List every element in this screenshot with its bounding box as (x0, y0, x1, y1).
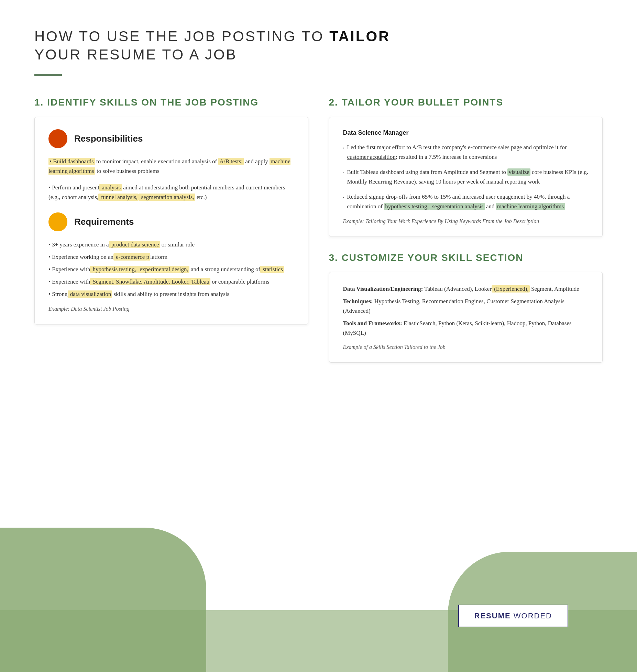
background-decorations (0, 500, 637, 672)
highlight-statistics: statistics (260, 266, 284, 273)
section1-card: Responsibilities • Build dashboards to m… (34, 117, 308, 324)
section2-card: Data Science Manager Led the first major… (329, 117, 603, 237)
highlight-build-dashboards: • Build dashboards (48, 158, 95, 165)
highlight-visualize: visualize (507, 168, 530, 176)
req-item-1: • 3+ years experience in a product data … (48, 240, 294, 250)
title-underline (34, 74, 62, 76)
red-circle-icon (48, 129, 67, 148)
requirements-label: Requirements (74, 217, 134, 227)
underline-ecommerce: e-commerce (468, 144, 497, 151)
highlight-ab-tests: A/B tests; (218, 158, 244, 165)
highlight-looker-exp: (Experienced), (492, 285, 530, 293)
green-left-bg (0, 528, 206, 672)
req-item-4: • Experience with Segment, Snowflake, Am… (48, 277, 294, 287)
right-column: 2. TAILOR YOUR BULLET POINTS Data Scienc… (329, 97, 603, 363)
req-item-3: • Experience with hypothesis testing, ex… (48, 265, 294, 274)
job-title: Data Science Manager (343, 129, 589, 136)
section3-title: 3. CUSTOMIZE YOUR SKILL SECTION (329, 252, 603, 263)
section3-example: Example of a Skills Section Tailored to … (343, 344, 589, 350)
section1-example: Example: Data Scientist Job Posting (48, 306, 294, 312)
section2-title: 2. TAILOR YOUR BULLET POINTS (329, 97, 603, 108)
highlight-experimental: experimental design, (137, 266, 189, 273)
responsibilities-header: Responsibilities (48, 129, 294, 148)
responsibilities-para1: • Build dashboards to monitor impact, en… (48, 157, 294, 176)
main-content: HOW TO USE THE JOB POSTING TO TAILOR YOU… (0, 0, 637, 363)
highlight-segmentation: segmentation analysis, (139, 194, 195, 201)
left-column: 1. IDENTIFY SKILLS ON THE JOB POSTING Re… (34, 97, 308, 338)
resume-worded-box: RESUME WORDED (458, 605, 568, 627)
requirements-header: Requirements (48, 212, 294, 231)
highlight-analysis: analysis (99, 184, 122, 191)
highlight-ecommerce: e-commerce p (113, 253, 150, 261)
bullet-point-3: Reduced signup drop-offs from 65% to 15%… (343, 192, 589, 211)
req-item-5: • Strong data visualization skills and a… (48, 289, 294, 299)
resume-worded-text: RESUME WORDED (474, 612, 552, 620)
responsibilities-para2: • Perform and present analysis aimed at … (48, 183, 294, 202)
section1-title: 1. IDENTIFY SKILLS ON THE JOB POSTING (34, 97, 308, 108)
responsibilities-label: Responsibilities (74, 133, 143, 144)
highlight-funnel: funnel analysis, (98, 194, 139, 201)
two-column-layout: 1. IDENTIFY SKILLS ON THE JOB POSTING Re… (34, 97, 603, 363)
section3-card: Data Visualization/Engineering: Tableau … (329, 272, 603, 363)
skills-line-1: Data Visualization/Engineering: Tableau … (343, 284, 589, 294)
section2-example: Example: Tailoring Your Work Experience … (343, 218, 589, 224)
bullet-point-2: Built Tableau dashboard using data from … (343, 167, 589, 187)
highlight-seg-analysis: segmentation analysis (430, 203, 485, 210)
worded-text: WORDED (511, 612, 552, 620)
skills-line-3: Tools and Frameworks: ElasticSearch, Pyt… (343, 319, 589, 338)
req-item-2: • Experience working on an e-commerce pl… (48, 252, 294, 262)
requirements-section: Requirements • 3+ years experience in a … (48, 212, 294, 299)
highlight-hypothesis-testing: hypothesis testing, (384, 203, 430, 210)
highlight-product-data-science: product data science (109, 241, 160, 248)
skills-line-2: Techniques: Hypothesis Testing, Recommen… (343, 297, 589, 316)
page-title: HOW TO USE THE JOB POSTING TO TAILOR YOU… (34, 27, 603, 64)
yellow-circle-icon (48, 212, 67, 231)
resume-bold: RESUME (474, 612, 511, 620)
bullet-point-1: Led the first major effort to A/B test t… (343, 143, 589, 162)
highlight-tools: Segment, Snowflake, Amplitude, Looker, T… (90, 278, 210, 285)
highlight-hypothesis: hypothesis testing, (90, 266, 137, 273)
highlight-ml-algo: machine learning algorithms (496, 203, 565, 210)
highlight-data-viz: data visualization (68, 290, 112, 298)
underline-customer-acq: customer acquisition (347, 154, 396, 160)
